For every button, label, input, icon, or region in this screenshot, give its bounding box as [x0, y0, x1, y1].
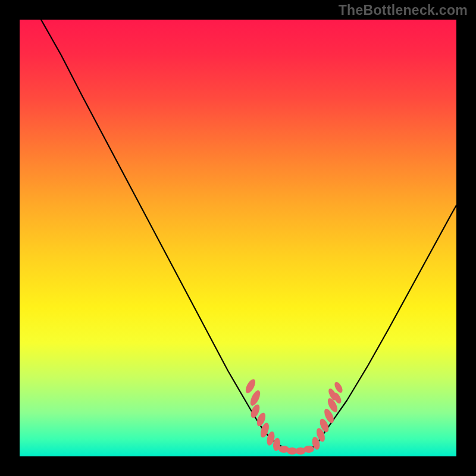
bottleneck-curve [20, 20, 456, 456]
highlight-blobs-right [311, 381, 345, 450]
svg-point-10 [303, 446, 314, 453]
svg-point-18 [333, 381, 345, 394]
watermark-text: TheBottleneck.com [339, 2, 468, 18]
highlight-blobs-bottom [278, 446, 314, 455]
chart-frame: TheBottleneck.com [0, 0, 476, 476]
plot-area [20, 20, 456, 456]
highlight-blobs-left [244, 378, 281, 452]
